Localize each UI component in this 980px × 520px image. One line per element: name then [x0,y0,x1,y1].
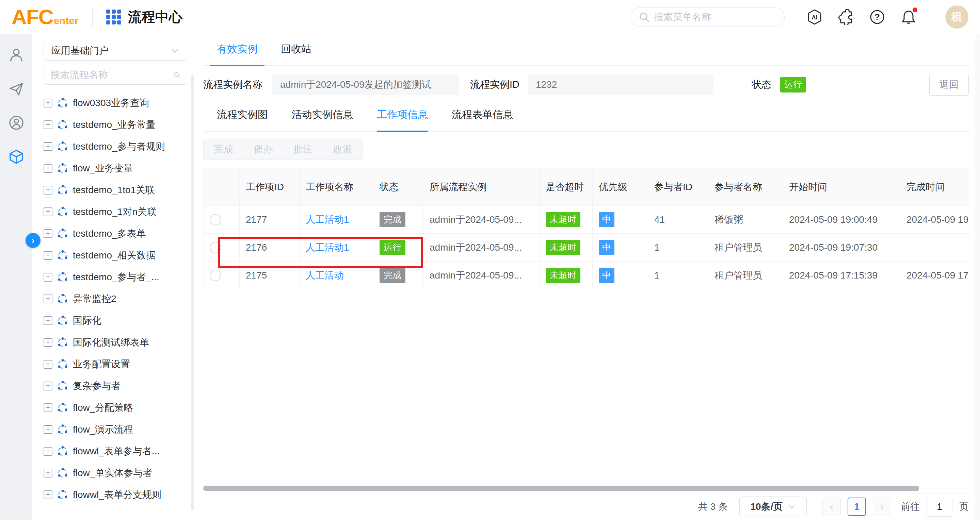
next-page-button[interactable]: › [873,498,891,516]
menu-search-input[interactable] [654,11,777,22]
horizontal-scrollbar-track[interactable] [203,486,969,491]
back-button[interactable]: 返回 [929,74,969,95]
urge-button[interactable]: 催办 [243,139,283,160]
expand-plus-icon[interactable] [44,142,52,151]
col-participant-id: 参与者ID [648,168,708,206]
tree-item[interactable]: testdemo_多表单 [44,223,187,244]
expand-plus-icon[interactable] [44,425,52,434]
col-overtime: 是否超时 [539,168,593,206]
expand-plus-icon[interactable] [44,208,52,216]
user-circle-icon[interactable] [8,114,25,131]
horizontal-scrollbar-thumb[interactable] [203,486,919,491]
tree-item[interactable]: testdemo_1对n关联 [44,201,187,223]
tree-item[interactable]: flowwl_表单分支规则 [44,484,187,506]
complete-button[interactable]: 完成 [203,139,243,160]
app-grid-icon[interactable] [106,10,121,24]
tree-item[interactable]: flowwl_表单参与者... [44,441,187,462]
ai-assistant-icon[interactable]: AI [807,9,823,25]
profile-icon[interactable] [8,46,25,63]
notification-bell-icon[interactable] [900,9,917,25]
row-radio[interactable] [210,242,221,254]
tree-item[interactable]: flow_分配策略 [44,397,187,419]
tree-item[interactable]: 复杂参与者 [44,375,187,397]
workitem-status-badge: 完成 [380,268,406,283]
search-icon [639,11,650,23]
cube-icon-active[interactable] [8,148,25,165]
tree-item[interactable]: testdemo_业务常量 [44,114,187,136]
expand-plus-icon[interactable] [44,469,52,477]
expand-plus-icon[interactable] [44,360,52,369]
expand-plus-icon[interactable] [44,316,52,325]
tab-workitem-info[interactable]: 工作项信息 [377,108,428,132]
table-header-row: 工作项ID 工作项名称 状态 所属流程实例 是否超时 优先级 参与者ID 参与者… [204,168,969,206]
tree-item[interactable]: testdemo_参与者_... [44,266,187,288]
row-radio[interactable] [210,270,221,281]
table-row[interactable]: 2176 人工活动1 运行 admin于2024-05-09... 未超时 中 … [204,234,969,262]
prev-page-button[interactable]: ‹ [822,498,841,516]
logo-text-main: AFC [11,6,53,27]
current-page-button[interactable]: 1 [848,498,866,516]
tree-item[interactable]: testdemo_参与者规则 [44,136,187,157]
tab-activity-info[interactable]: 活动实例信息 [292,108,353,131]
tab-instance-diagram[interactable]: 流程实例图 [217,108,268,131]
tree-item[interactable]: flow0303业务查询 [44,92,187,114]
tree-item[interactable]: testdemo_相关数据 [44,244,187,266]
expand-plus-icon[interactable] [44,186,52,195]
table-row[interactable]: 2175 人工活动 完成 admin于2024-05-09... 未超时 中 1… [204,262,969,289]
menu-search-box[interactable] [631,7,784,27]
expand-plus-icon[interactable] [44,273,52,282]
expand-plus-icon[interactable] [44,229,52,238]
workitem-name-link[interactable]: 人工活动 [305,270,344,281]
plugin-puzzle-icon[interactable] [838,9,854,25]
process-node-icon [57,293,68,304]
tree-scrollbar[interactable] [191,75,194,510]
expand-plus-icon[interactable] [44,490,52,499]
tree-item[interactable]: 异常监控2 [44,288,187,310]
tree-item[interactable]: flow_演示流程 [44,419,187,441]
tree-item[interactable]: 业务配置设置 [44,354,187,375]
instance-name-value: admin于2024-05-09发起的加签测试 [272,75,459,95]
help-icon[interactable]: ? [869,9,885,25]
app-select[interactable]: 应用基础门户 [44,41,187,60]
avatar[interactable]: 租 [945,5,969,29]
goto-page-input[interactable] [927,497,953,517]
table-row[interactable]: 2177 人工活动1 完成 admin于2024-05-09... 未超时 中 … [204,206,969,234]
tab-form-info[interactable]: 流程表单信息 [452,108,513,131]
process-search-box[interactable] [44,65,187,85]
expand-plus-icon[interactable] [44,120,52,129]
process-search-input[interactable] [51,70,173,80]
sidebar-collapse-toggle[interactable]: › [25,233,40,248]
expand-plus-icon[interactable] [44,382,52,390]
expand-plus-icon[interactable] [44,338,52,347]
afcenter-logo[interactable]: AFC enter [11,6,79,27]
expand-plus-icon[interactable] [44,403,52,412]
expand-plus-icon[interactable] [44,164,52,173]
workitem-instance: admin于2024-05-09... [430,242,522,253]
workitem-name-link[interactable]: 人工活动1 [305,214,349,225]
comment-button[interactable]: 批注 [283,139,323,160]
expand-plus-icon[interactable] [44,251,52,260]
expand-plus-icon[interactable] [44,447,52,456]
col-start-time: 开始时间 [783,168,900,206]
window-vertical-scrollbar[interactable] [975,34,980,520]
participant-name: 租户管理员 [714,242,762,253]
pagination: 共 3 条 10条/页 ‹ 1 › 前往 页 [203,493,969,520]
page-size-select[interactable]: 10条/页 [739,496,807,517]
tree-item[interactable]: flow_业务变量 [44,157,187,179]
workitem-name-link[interactable]: 人工活动1 [305,242,349,253]
row-radio[interactable] [210,214,221,225]
tab-recycle-bin[interactable]: 回收站 [274,34,318,65]
tree-item-label: 国际化 [73,314,102,327]
expand-plus-icon[interactable] [44,98,52,108]
process-node-icon [57,163,68,174]
expand-plus-icon[interactable] [44,295,52,303]
send-icon[interactable] [8,80,25,97]
page-title: 流程中心 [128,8,183,26]
tab-valid-instances[interactable]: 有效实例 [210,34,264,66]
tree-item[interactable]: 国际化测试绑表单 [44,331,187,354]
participant-name: 稀饭粥 [714,214,743,225]
reassign-button[interactable]: 改派 [323,139,363,160]
tree-item[interactable]: 国际化 [44,310,187,331]
tree-item[interactable]: testdemo_1to1关联 [44,179,187,201]
tree-item[interactable]: flow_单实体参与者 [44,462,187,484]
